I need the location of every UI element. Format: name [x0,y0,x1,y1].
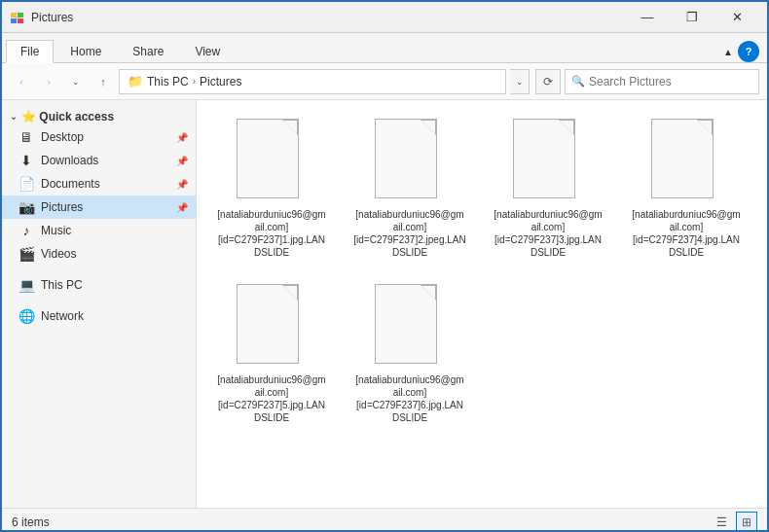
videos-label: Videos [41,247,76,261]
file-item[interactable]: [nataliaburduniuc96@gmail.com][id=C279F2… [208,277,335,431]
tab-home[interactable]: Home [55,40,116,62]
title-bar: Pictures — ❐ ✕ [2,2,767,33]
pictures-pin: 📌 [176,202,188,213]
main-layout: ⌄ ⭐ Quick access 🖥 Desktop 📌 ⬇ Downloads… [2,100,767,508]
sidebar: ⌄ ⭐ Quick access 🖥 Desktop 📌 ⬇ Downloads… [2,100,197,508]
sidebar-divider1 [2,266,196,273]
sidebar-divider2 [2,297,196,304]
sidebar-item-music[interactable]: ♪ Music [2,219,196,242]
file-area: [nataliaburduniuc96@gmail.com][id=C279F2… [197,100,767,443]
ribbon-tabs: File Home Share View ▲ ? [2,33,767,62]
file-grid: [nataliaburduniuc96@gmail.com][id=C279F2… [208,112,755,431]
documents-label: Documents [41,177,100,191]
ribbon-collapse-button[interactable]: ▲ [718,42,738,61]
ribbon: File Home Share View ▲ ? [2,33,767,63]
address-dropdown-button[interactable]: ⌄ [510,69,530,94]
desktop-label: Desktop [41,130,84,144]
file-icon [237,284,307,370]
refresh-button[interactable]: ⟳ [535,69,561,94]
list-view-button[interactable]: ☰ [711,512,732,533]
breadcrumb-sep1: › [193,76,196,87]
documents-icon: 📄 [18,176,35,192]
quick-access-label: ⭐ Quick access [21,110,114,124]
file-item[interactable]: [nataliaburduniuc96@gmail.com][id=C279F2… [623,112,750,266]
close-button[interactable]: ✕ [714,2,759,33]
file-icon [375,119,445,204]
file-name: [nataliaburduniuc96@gmail.com][id=C279F2… [353,373,466,424]
breadcrumb-thispc[interactable]: This PC [147,75,189,89]
file-item[interactable]: [nataliaburduniuc96@gmail.com][id=C279F2… [208,112,335,266]
svg-rect-0 [11,13,17,18]
dropdown-history-button[interactable]: ⌄ [64,70,88,93]
svg-rect-2 [18,13,23,18]
file-name: [nataliaburduniuc96@gmail.com][id=C279F2… [630,208,743,259]
svg-rect-3 [18,18,23,23]
pictures-icon: 📷 [18,199,35,215]
quick-access-chevron: ⌄ [10,112,18,122]
file-name: [nataliaburduniuc96@gmail.com][id=C279F2… [353,208,466,259]
thispc-icon: 💻 [18,277,35,293]
documents-pin: 📌 [176,179,188,190]
downloads-icon: ⬇ [18,153,35,168]
music-icon: ♪ [18,223,35,238]
tab-view[interactable]: View [180,40,235,62]
svg-rect-1 [11,18,17,23]
file-area-wrapper: [nataliaburduniuc96@gmail.com][id=C279F2… [197,100,767,508]
sidebar-quick-access-header[interactable]: ⌄ ⭐ Quick access [2,104,196,125]
search-input[interactable] [589,75,752,89]
pictures-label: Pictures [41,200,83,214]
network-icon: 🌐 [18,308,35,324]
file-name: [nataliaburduniuc96@gmail.com][id=C279F2… [492,208,604,259]
breadcrumb: 📁 This PC › Pictures [128,74,241,89]
file-icon [375,284,445,370]
grid-view-button[interactable]: ⊞ [736,512,757,533]
breadcrumb-pictures[interactable]: Pictures [200,75,241,89]
address-bar: ‹ › ⌄ ↑ 📁 This PC › Pictures ⌄ ⟳ 🔍 [2,63,767,100]
sidebar-item-network[interactable]: 🌐 Network [2,304,196,328]
network-label: Network [41,309,84,323]
sidebar-item-desktop[interactable]: 🖥 Desktop 📌 [2,125,196,149]
file-item[interactable]: [nataliaburduniuc96@gmail.com][id=C279F2… [347,112,473,266]
desktop-pin: 📌 [176,132,188,143]
thispc-label: This PC [41,278,83,292]
sidebar-item-downloads[interactable]: ⬇ Downloads 📌 [2,149,196,172]
sidebar-item-thispc[interactable]: 💻 This PC [2,273,196,297]
maximize-button[interactable]: ❐ [670,2,714,33]
up-button[interactable]: ↑ [92,70,115,93]
tab-file[interactable]: File [6,40,54,63]
downloads-pin: 📌 [176,156,188,166]
window-title: Pictures [31,11,625,24]
sidebar-item-videos[interactable]: 🎬 Videos [2,242,196,266]
item-count: 6 items [12,515,50,529]
file-icon [237,119,307,204]
address-path[interactable]: 📁 This PC › Pictures [119,69,506,94]
back-button[interactable]: ‹ [10,70,33,93]
file-item[interactable]: [nataliaburduniuc96@gmail.com][id=C279F2… [485,112,611,266]
file-icon [513,119,583,204]
videos-icon: 🎬 [18,246,35,262]
help-button[interactable]: ? [738,41,759,62]
forward-button[interactable]: › [37,70,60,93]
window-controls: — ❐ ✕ [625,2,759,33]
file-item[interactable]: [nataliaburduniuc96@gmail.com][id=C279F2… [347,277,473,431]
sidebar-item-documents[interactable]: 📄 Documents 📌 [2,172,196,195]
search-box[interactable]: 🔍 [565,69,759,94]
tab-share[interactable]: Share [118,40,178,62]
view-switcher: ☰ ⊞ [711,512,757,533]
file-name: [nataliaburduniuc96@gmail.com][id=C279F2… [215,373,328,424]
status-bar: 6 items ☰ ⊞ [2,508,767,532]
search-icon: 🔍 [571,75,585,88]
downloads-label: Downloads [41,154,98,167]
minimize-button[interactable]: — [625,2,670,33]
desktop-icon: 🖥 [18,129,35,145]
window-icon [10,10,25,25]
file-icon [651,119,721,204]
sidebar-item-pictures[interactable]: 📷 Pictures 📌 [2,195,196,219]
music-label: Music [41,224,71,237]
file-name: [nataliaburduniuc96@gmail.com][id=C279F2… [215,208,328,259]
